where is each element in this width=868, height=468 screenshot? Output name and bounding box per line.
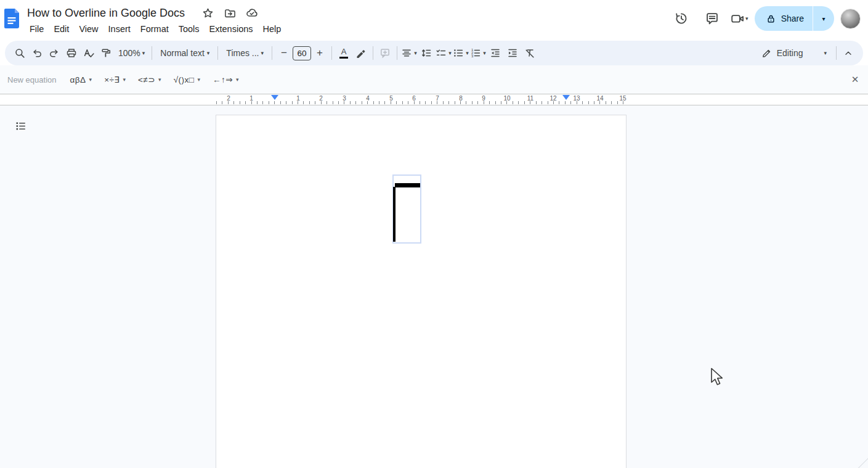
menu-item[interactable]: Help xyxy=(258,23,286,35)
undo-icon[interactable] xyxy=(28,44,46,62)
app-header: How to Overline in Google Docs FileEditV… xyxy=(0,0,868,38)
comments-icon[interactable] xyxy=(700,6,724,31)
document-title[interactable]: How to Overline in Google Docs xyxy=(27,7,185,20)
search-menus-icon[interactable] xyxy=(11,44,28,62)
ruler-left-indent-marker[interactable] xyxy=(271,95,278,100)
show-document-outline-icon[interactable] xyxy=(12,118,28,134)
ruler-number: 1 xyxy=(249,95,253,102)
ruler-number: 8 xyxy=(459,95,463,102)
font-family-select[interactable]: Times ... ▾ xyxy=(221,44,269,62)
text-color-button[interactable]: A xyxy=(335,44,352,62)
increase-indent-icon[interactable] xyxy=(504,44,521,62)
add-comment-icon xyxy=(376,44,394,62)
equation-symbol-dropdown[interactable]: √()x□▾ xyxy=(174,75,200,84)
line-spacing-icon[interactable] xyxy=(418,44,435,62)
main-toolbar: 100% ▾ Normal text ▾ Times ... ▾ − 60 + … xyxy=(5,41,863,65)
clear-formatting-icon[interactable] xyxy=(521,44,538,62)
equation-symbol-dropdown[interactable]: αβΔ▾ xyxy=(70,75,92,84)
ruler-number: 2 xyxy=(319,95,323,102)
equation-symbol-dropdown[interactable]: ×÷∃▾ xyxy=(104,75,126,84)
menu-item[interactable]: Edit xyxy=(49,23,74,35)
move-to-folder-icon[interactable] xyxy=(222,5,238,21)
decrease-indent-icon[interactable] xyxy=(487,44,504,62)
cloud-saved-icon[interactable] xyxy=(244,5,260,21)
ruler-number: 1 xyxy=(296,95,300,102)
zoom-select[interactable]: 100% ▾ xyxy=(115,44,148,62)
ruler-number: 5 xyxy=(389,95,393,102)
video-camera-icon xyxy=(731,12,744,25)
menu-item[interactable]: Extensions xyxy=(205,23,258,35)
ruler-number: 9 xyxy=(482,95,485,102)
pencil-icon xyxy=(761,48,772,59)
menu-item[interactable]: File xyxy=(25,23,49,35)
horizontal-ruler: 21123456789101112131415 xyxy=(0,94,868,105)
lock-icon xyxy=(766,14,776,24)
google-docs-logo-icon[interactable] xyxy=(4,9,19,28)
document-page[interactable] xyxy=(216,115,627,468)
chevron-down-icon[interactable]: ▾ xyxy=(745,16,748,22)
font-size-input[interactable]: 60 xyxy=(293,46,311,60)
redo-icon[interactable] xyxy=(46,44,63,62)
share-dropdown-arrow[interactable]: ▾ xyxy=(813,6,834,31)
svg-text:3: 3 xyxy=(471,54,474,58)
ruler-number: 13 xyxy=(573,95,580,102)
toolbar-divider xyxy=(397,46,397,60)
ruler-number: 10 xyxy=(503,95,510,102)
overline-bar xyxy=(395,183,420,187)
checklist-select[interactable]: ▾ xyxy=(435,44,452,62)
share-button-label: Share xyxy=(781,14,804,23)
align-select[interactable]: ▾ xyxy=(400,44,418,62)
toolbar-divider xyxy=(272,46,272,60)
ruler-number: 3 xyxy=(343,95,346,102)
ruler-number: 14 xyxy=(596,95,603,102)
numbered-list-select[interactable]: 123 ▾ xyxy=(469,44,487,62)
toolbar-divider xyxy=(217,46,218,60)
share-button[interactable]: Share ▾ xyxy=(755,6,834,31)
equation-toolbar: New equation αβΔ▾ ×÷∃▾ <≠⊃▾ √()x□▾ ←↑⇒▾ … xyxy=(0,65,868,94)
menu-item[interactable]: Format xyxy=(136,23,174,35)
spelling-check-icon[interactable] xyxy=(80,44,97,62)
editing-mode-select[interactable]: Editing ▾ xyxy=(755,44,833,62)
close-equation-toolbar-icon[interactable]: ✕ xyxy=(847,72,863,88)
menu-item[interactable]: Insert xyxy=(103,23,136,35)
ruler-number: 2 xyxy=(227,95,230,102)
star-icon[interactable] xyxy=(200,5,216,21)
menu-item[interactable]: Tools xyxy=(174,23,205,35)
new-equation-button[interactable]: New equation xyxy=(7,75,57,84)
ruler-number: 4 xyxy=(366,95,370,102)
toolbar-divider xyxy=(331,46,332,60)
menu-bar: FileEditViewInsertFormatToolsExtensionsH… xyxy=(25,22,286,36)
document-canvas xyxy=(0,105,868,468)
equation-symbol-dropdown[interactable]: <≠⊃▾ xyxy=(138,75,161,84)
version-history-icon[interactable] xyxy=(669,6,694,31)
toolbar-divider xyxy=(152,46,152,60)
equation-edit-box[interactable] xyxy=(392,174,421,244)
paragraph-styles-select[interactable]: Normal text ▾ xyxy=(155,44,214,62)
ruler-number: 6 xyxy=(412,95,416,102)
paint-format-icon[interactable] xyxy=(97,44,115,62)
avatar[interactable] xyxy=(840,9,861,29)
toolbar-divider xyxy=(836,46,837,60)
ruler-ticks xyxy=(216,101,627,104)
toolbar-divider xyxy=(373,46,373,60)
corner-diagonal-line xyxy=(856,458,868,468)
ruler-number: 11 xyxy=(527,95,533,102)
decrease-font-size-button[interactable]: − xyxy=(275,44,293,62)
increase-font-size-button[interactable]: + xyxy=(311,44,328,62)
menu-item[interactable]: View xyxy=(74,23,103,35)
equation-symbol-dropdown[interactable]: ←↑⇒▾ xyxy=(213,75,239,84)
ruler-number: 15 xyxy=(619,95,626,102)
ruler-right-indent-marker[interactable] xyxy=(562,95,570,100)
print-icon[interactable] xyxy=(63,44,80,62)
hide-menus-chevron-icon[interactable] xyxy=(840,44,857,62)
highlight-color-icon[interactable] xyxy=(352,44,370,62)
meet-call-button[interactable]: ▾ xyxy=(731,12,748,25)
ruler-number: 12 xyxy=(550,95,556,102)
text-cursor xyxy=(393,187,395,242)
bulleted-list-select[interactable]: ▾ xyxy=(452,44,469,62)
ruler-number: 7 xyxy=(436,95,439,102)
